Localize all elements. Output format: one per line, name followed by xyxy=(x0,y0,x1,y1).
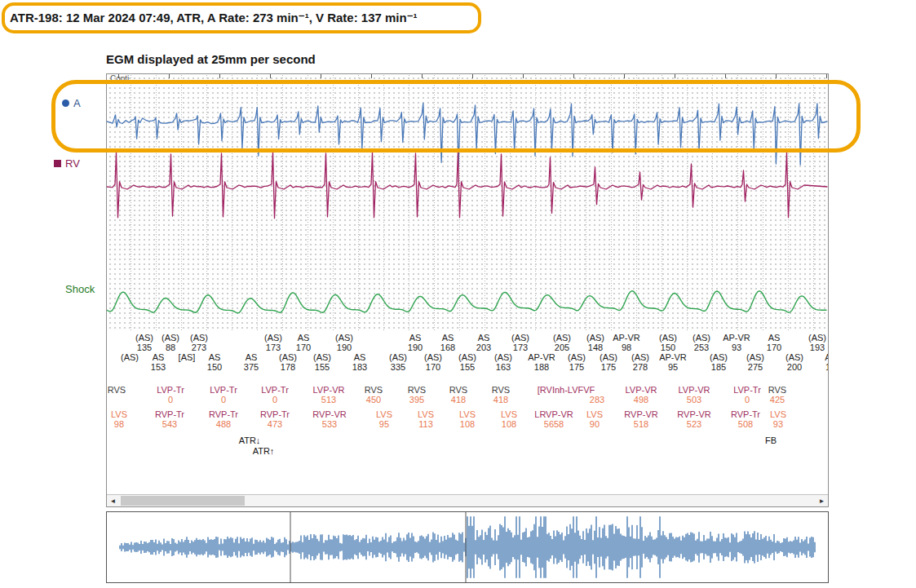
atrial-marker: AS183 xyxy=(352,352,367,372)
atrial-marker: AP-VR98 xyxy=(613,333,640,352)
atrial-marker: (AS)148 xyxy=(586,333,604,352)
atrial-marker: [AS] xyxy=(179,352,196,372)
vent-marker: LVP-VR498 xyxy=(626,385,657,405)
atrial-marker: (AS)163 xyxy=(494,352,512,372)
event-annotation: FB xyxy=(765,435,777,445)
atrial-marker: AP-VR188 xyxy=(528,352,555,372)
vent-marker: LVS108 xyxy=(501,409,517,429)
atrial-marker: (AS)173 xyxy=(511,333,529,352)
vent-marker: LVS93 xyxy=(770,409,786,429)
atrial-marker: (AS)193 xyxy=(808,333,826,352)
atrial-marker: (AS)155 xyxy=(458,352,476,372)
atrial-marker: AS150 xyxy=(207,352,222,372)
scroll-left-button[interactable]: ◄ xyxy=(107,495,119,506)
egm-strip-panel: Conti (AS)135(AS)88(AS)273(AS)173AS170(A… xyxy=(106,73,829,507)
atrial-marker: (AS)178 xyxy=(279,352,297,372)
a-channel-icon xyxy=(62,99,69,107)
egm-report-page: ATR-198: 12 Mar 2024 07:49, ATR, A Rate:… xyxy=(0,0,916,588)
atrial-marker: (AS)175 xyxy=(568,352,586,372)
vent-marker: LVP-Tr0 xyxy=(157,385,184,405)
vent-marker: RVP-VR523 xyxy=(677,409,710,429)
vent-marker: RVS425 xyxy=(768,385,786,405)
atrial-marker: (AS)273 xyxy=(190,333,208,352)
vent-marker: RVS395 xyxy=(408,385,426,405)
vent-marker: RVS450 xyxy=(365,385,383,405)
atrial-marker: (AS)175 xyxy=(600,352,617,372)
atrial-marker: (AS)190 xyxy=(335,333,353,352)
atrial-marker: AS170 xyxy=(767,333,781,352)
vent-marker: LVP-Tr0 xyxy=(733,385,761,405)
atrial-marker: (AS)335 xyxy=(389,352,407,372)
vent-marker: LVP-VR513 xyxy=(313,385,345,405)
egm-grid: Conti xyxy=(107,74,828,331)
egm-speed-label: EGM displayed at 25mm per second xyxy=(106,52,316,66)
vent-marker: LVP-VR503 xyxy=(679,385,710,405)
vent-marker: RVP-Tr543 xyxy=(155,409,184,429)
atrial-marker: AS190 xyxy=(408,333,423,352)
scrollbar-thumb[interactable] xyxy=(121,496,245,506)
scroll-right-button[interactable]: ► xyxy=(816,495,828,506)
vent-marker: LVS108 xyxy=(459,409,476,429)
rv-channel-text: RV xyxy=(65,157,80,170)
atrial-marker: (AS)200 xyxy=(785,352,803,372)
vent-marker: RVP-VR533 xyxy=(312,409,346,429)
overview-trace xyxy=(120,516,815,577)
vent-marker: RVS418 xyxy=(449,385,467,405)
atrial-marker: (AS)253 xyxy=(693,333,710,352)
a-channel-text: A xyxy=(73,97,81,109)
atrial-marker: (AS)88 xyxy=(162,333,179,352)
channel-label-shock: Shock xyxy=(65,283,95,295)
overview-waveform xyxy=(107,512,828,582)
atrial-marker: (AS)135 xyxy=(135,333,153,352)
vent-marker: LVS98 xyxy=(111,409,127,429)
rv-trace xyxy=(107,152,827,219)
atrial-marker: (AS)155 xyxy=(313,352,331,372)
marker-annotation-area: (AS)135(AS)88(AS)273(AS)173AS170(AS)190A… xyxy=(107,331,828,494)
atrial-marker: (AS)278 xyxy=(631,352,649,372)
event-annotation: ATR↑ xyxy=(253,446,275,456)
vent-marker: LVS90 xyxy=(586,409,603,429)
scrollbar-track[interactable] xyxy=(119,495,816,506)
vent-marker: RVP-Tr473 xyxy=(260,409,290,429)
vent-marker: LVS113 xyxy=(418,409,434,429)
a-trace xyxy=(107,103,827,166)
atrial-marker: (AS)205 xyxy=(553,333,571,352)
atrial-marker: AS170 xyxy=(296,333,311,352)
vent-marker: LVP-Tr0 xyxy=(210,385,237,405)
horizontal-scrollbar[interactable]: ◄ ► xyxy=(107,494,828,506)
vent-marker: RVP-Tr508 xyxy=(731,409,760,429)
title-highlight-box: ATR-198: 12 Mar 2024 07:49, ATR, A Rate:… xyxy=(2,2,481,33)
atrial-marker: AS168 xyxy=(440,333,455,352)
vent-marker: RVP-Tr488 xyxy=(209,409,238,429)
atrial-marker: AP-VR95 xyxy=(659,352,687,372)
vent-marker: LRVP-VR5658 xyxy=(534,409,573,429)
atrial-marker: A1 xyxy=(825,352,828,372)
atrial-marker: AP-VR93 xyxy=(723,333,750,352)
vent-marker: RVP-VR518 xyxy=(624,409,657,429)
atrial-marker: AS375 xyxy=(244,352,259,372)
rv-channel-icon xyxy=(54,160,61,167)
atrial-marker: (AS)185 xyxy=(710,352,728,372)
episode-overview-strip[interactable] xyxy=(106,511,829,583)
atrial-marker: (AS) xyxy=(121,352,139,372)
channel-label-rv: RV xyxy=(54,157,80,170)
vent-marker: [RVInh-LVFVF283 xyxy=(538,385,595,405)
atrial-marker: AS203 xyxy=(476,333,491,352)
episode-title: ATR-198: 12 Mar 2024 07:49, ATR, A Rate:… xyxy=(10,11,418,25)
channel-label-a: A xyxy=(62,97,81,109)
egm-waveforms xyxy=(107,74,828,331)
vent-marker: LVP-Tr0 xyxy=(261,385,289,405)
atrial-marker: (AS)150 xyxy=(659,333,677,352)
vent-marker: LVS95 xyxy=(376,409,392,429)
atrial-marker: (AS)170 xyxy=(424,352,442,372)
vent-marker: RVS418 xyxy=(492,385,510,405)
atrial-marker: (AS)173 xyxy=(264,333,282,352)
event-annotation: ATR↓ xyxy=(239,435,261,445)
shock-trace xyxy=(107,291,826,313)
vent-marker: RVS xyxy=(108,385,126,405)
atrial-marker: (AS)275 xyxy=(746,352,764,372)
atrial-marker: AS153 xyxy=(151,352,166,372)
